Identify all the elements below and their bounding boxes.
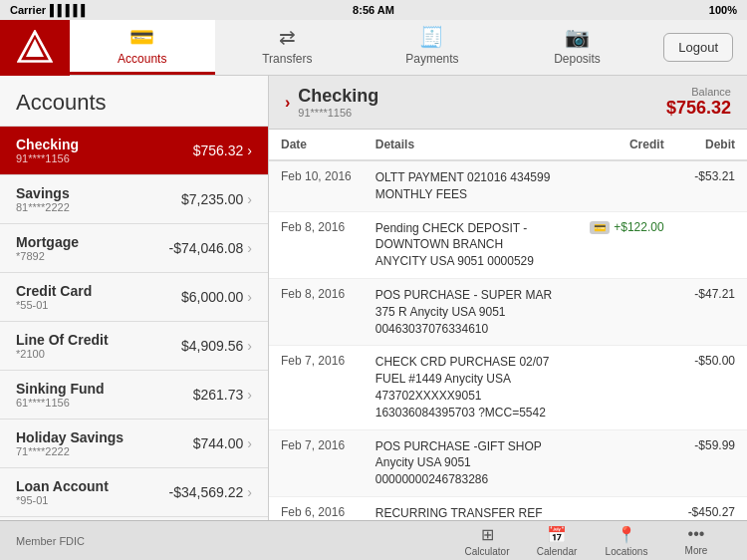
sidebar: Accounts Checking 91****1156 $756.32 › S… (0, 76, 269, 520)
tx-debit: -$47.21 (676, 278, 747, 345)
tx-details: CHECK CRD PURCHASE 02/07 FUEL #1449 Anyc… (364, 346, 568, 429)
tx-debit: -$53.21 (676, 160, 747, 211)
tx-date: Feb 7, 2016 (269, 429, 364, 496)
account-balance: -$34,569.22 (169, 484, 244, 500)
fdic-label: Member FDIC (16, 535, 85, 547)
account-name: Holiday Savings (16, 429, 124, 445)
account-number: 71****2222 (16, 445, 124, 457)
tx-credit (568, 278, 675, 345)
tx-date: Feb 6, 2016 (269, 496, 364, 520)
balance-label: Balance (666, 86, 731, 98)
tx-details: POS PURCHASE -GIFT SHOP Anycity USA 9051… (364, 429, 568, 496)
chevron-right-icon: › (247, 142, 252, 158)
account-item-sinking-fund[interactable]: Sinking Fund 61****1156 $261.73 › (0, 371, 268, 420)
time: 8:56 AM (353, 4, 394, 16)
account-item-line-of-credit[interactable]: Line Of Credit *2100 $4,909.56 › (0, 322, 268, 371)
account-item-savings[interactable]: Savings 81****2222 $7,235.00 › (0, 175, 268, 224)
tab-transfers[interactable]: ⇄ Transfers (215, 20, 361, 75)
tx-credit: 💳+$122.00 (568, 211, 675, 278)
table-row: Feb 10, 2016 OLTT PAYMENT 021016 434599 … (269, 160, 747, 211)
tab-accounts[interactable]: 💳 Accounts (70, 20, 215, 75)
transfers-icon: ⇄ (279, 25, 296, 49)
content-account-info: Checking 91****1156 (298, 86, 378, 119)
tx-debit: -$50.00 (676, 346, 747, 429)
col-debit: Debit (676, 130, 747, 160)
account-name: Checking (16, 137, 79, 152)
tab-deposits[interactable]: 📷 Deposits (505, 20, 650, 75)
chevron-right-icon: › (247, 289, 252, 305)
account-number: 61****1156 (16, 397, 105, 409)
logout-button[interactable]: Logout (663, 33, 733, 62)
table-row: Feb 7, 2016 CHECK CRD PURCHASE 02/07 FUE… (269, 346, 747, 429)
account-info: Checking 91****1156 (16, 137, 79, 164)
col-credit: Credit (568, 130, 675, 160)
carrier: Carrier ▌▌▌▌▌ (10, 4, 89, 16)
tx-debit: -$450.27 (676, 496, 747, 520)
locations-label: Locations (606, 546, 648, 557)
transaction-rows: Feb 10, 2016 OLTT PAYMENT 021016 434599 … (269, 160, 747, 520)
tx-credit (568, 429, 675, 496)
transactions: Date Details Credit Debit Feb 10, 2016 O… (269, 130, 747, 520)
account-name: Savings (16, 185, 70, 201)
account-number: *7892 (16, 250, 79, 262)
account-right: $261.73 › (193, 387, 252, 403)
footer-calendar[interactable]: 📅 Calendar (522, 525, 592, 557)
app-logo (0, 20, 70, 76)
tx-date: Feb 8, 2016 (269, 278, 364, 345)
tx-date: Feb 10, 2016 (269, 160, 364, 211)
tx-credit (568, 496, 675, 520)
footer-locations[interactable]: 📍 Locations (592, 525, 661, 557)
main-nav: 💳 Accounts ⇄ Transfers 🧾 Payments 📷 Depo… (70, 20, 649, 75)
deposits-tab-label: Deposits (554, 52, 601, 66)
expand-icon: › (285, 94, 290, 112)
footer-calculator[interactable]: ⊞ Calculator (452, 525, 522, 557)
account-info: Line Of Credit *2100 (16, 332, 109, 360)
balance-amount: $756.32 (666, 98, 731, 119)
account-item-mortgage[interactable]: Mortgage *7892 -$74,046.08 › (0, 224, 268, 273)
tx-debit: -$59.99 (676, 429, 747, 496)
account-info: Savings 81****2222 (16, 185, 70, 213)
account-number: *95-01 (16, 494, 109, 506)
calculator-icon: ⊞ (481, 525, 494, 544)
content-header-left: › Checking 91****1156 (285, 86, 378, 119)
tab-payments[interactable]: 🧾 Payments (360, 20, 505, 75)
account-right: $6,000.00 › (181, 289, 252, 305)
account-name: Loan Account (16, 478, 109, 494)
account-name: Mortgage (16, 234, 79, 250)
tx-details: POS PURCHASE - SUPER MAR 375 R Anycity U… (364, 278, 568, 345)
account-info: Holiday Savings 71****2222 (16, 429, 124, 457)
payments-tab-label: Payments (405, 52, 458, 66)
account-number: 91****1156 (16, 152, 79, 164)
content-area: › Checking 91****1156 Balance $756.32 Da… (269, 76, 747, 520)
account-item-checking[interactable]: Checking 91****1156 $756.32 › (0, 127, 268, 175)
account-right: $744.00 › (193, 435, 252, 451)
footer-more[interactable]: ••• More (661, 525, 731, 557)
account-balance: $7,235.00 (181, 191, 243, 207)
account-item-loan-account[interactable]: Loan Account *95-01 -$34,569.22 › (0, 468, 268, 517)
account-balance: $4,909.56 (181, 338, 243, 354)
tx-details: OLTT PAYMENT 021016 434599 MONTHLY FEES (364, 160, 568, 211)
logo-icon (17, 30, 53, 66)
chevron-right-icon: › (247, 191, 252, 207)
calculator-label: Calculator (464, 546, 509, 557)
tx-credit (568, 160, 675, 211)
chevron-right-icon: › (247, 484, 252, 500)
col-details: Details (364, 130, 568, 160)
account-balance: $744.00 (193, 435, 244, 451)
account-item-credit-card[interactable]: Credit Card *55-01 $6,000.00 › (0, 273, 268, 322)
account-right: -$34,569.22 › (169, 484, 252, 500)
table-row: Feb 8, 2016 Pending CHECK DEPOSIT - DOWN… (269, 211, 747, 278)
table-row: Feb 7, 2016 POS PURCHASE -GIFT SHOP Anyc… (269, 429, 747, 496)
battery-indicator: 100% (709, 4, 737, 16)
account-info: Mortgage *7892 (16, 234, 79, 262)
payments-icon: 🧾 (419, 25, 444, 49)
tx-debit (676, 211, 747, 278)
carrier-text: Carrier (10, 4, 46, 16)
table-row: Feb 8, 2016 POS PURCHASE - SUPER MAR 375… (269, 278, 747, 345)
main-layout: Accounts Checking 91****1156 $756.32 › S… (0, 76, 747, 520)
tx-credit (568, 346, 675, 429)
sidebar-title: Accounts (0, 76, 268, 127)
account-right: $756.32 › (193, 142, 252, 158)
account-item-holiday-savings[interactable]: Holiday Savings 71****2222 $744.00 › (0, 420, 268, 468)
chevron-right-icon: › (247, 435, 252, 451)
